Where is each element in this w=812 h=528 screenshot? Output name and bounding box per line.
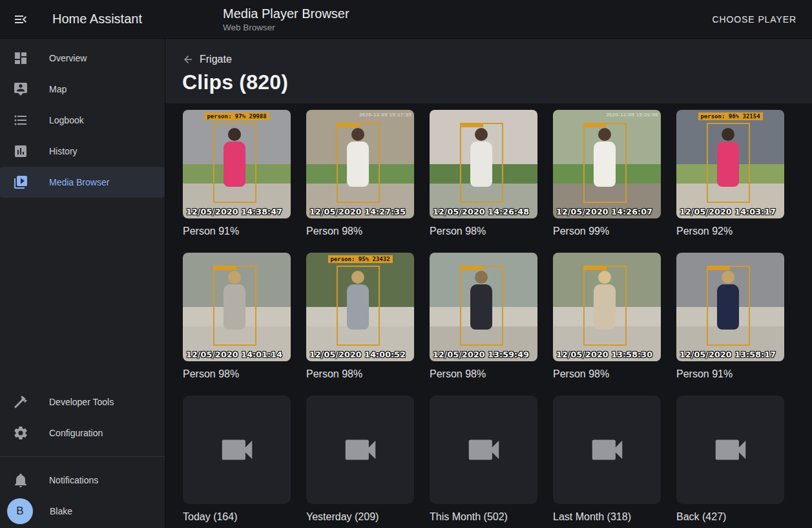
clip-card[interactable]: 12/05/2020 14:26:48 Person 98%	[430, 110, 537, 239]
sidebar-item-map[interactable]: Map	[0, 74, 165, 105]
folder-card-this-month[interactable]: This Month (502)	[430, 396, 537, 525]
folder-thumbnail[interactable]	[430, 396, 537, 504]
clip-card[interactable]: person: 96% 32154 12/05/2020 14:03:17 Pe…	[676, 110, 784, 239]
sidebar-item-label: History	[49, 146, 78, 156]
panel-title-block: Media Player Browser Web Browser	[223, 6, 349, 33]
list-bulleted-icon	[13, 112, 28, 128]
clip-timestamp-overlay: 12/05/2020 14:00:52	[309, 350, 406, 359]
detection-bounding-box	[707, 266, 750, 346]
clip-thumbnail[interactable]: 2020-12-05 15:26:06 12/05/2020 14:26:07	[553, 110, 661, 218]
detection-mini-tag	[337, 123, 360, 127]
person-silhouette-body	[347, 284, 369, 330]
sidebar-item-notifications[interactable]: Notifications	[0, 465, 165, 496]
chart-box-icon	[13, 143, 28, 159]
sidebar-item-overview[interactable]: Overview	[0, 43, 165, 74]
sidebar-item-configuration[interactable]: Configuration	[0, 417, 165, 449]
clip-card[interactable]: person: 95% 23432 12/05/2020 14:00:52 Pe…	[306, 253, 414, 382]
clip-card[interactable]: 2020-12-05 15:26:06 12/05/2020 14:26:07 …	[553, 110, 661, 239]
clip-caption: Person 98%	[306, 224, 414, 239]
clip-card[interactable]: 12/05/2020 13:59:49 Person 98%	[430, 253, 537, 382]
person-silhouette-head	[722, 128, 734, 141]
person-silhouette-body	[224, 142, 245, 187]
clip-timestamp-overlay: 12/05/2020 14:26:48	[433, 207, 529, 216]
clip-thumbnail[interactable]: person: 95% 23432 12/05/2020 14:00:52	[306, 253, 414, 361]
folder-card-last-month[interactable]: Last Month (318)	[553, 396, 661, 525]
panel-subtitle: Web Browser	[223, 23, 349, 33]
clip-caption: Person 98%	[183, 366, 291, 382]
clip-card[interactable]: 12/05/2020 13:58:30 Person 98%	[553, 253, 661, 382]
clip-thumbnail[interactable]: 12/05/2020 13:58:30	[553, 253, 661, 361]
detection-bounding-box	[213, 266, 256, 346]
detection-bounding-box	[460, 266, 503, 346]
clip-timestamp-overlay: 12/05/2020 13:58:17	[680, 350, 776, 359]
app-title: Home Assistant	[52, 12, 142, 26]
sidebar-item-history[interactable]: History	[0, 136, 165, 167]
panel-title: Media Player Browser	[223, 6, 349, 21]
person-silhouette-body	[594, 142, 616, 187]
clip-thumbnail[interactable]: 12/05/2020 14:01:14	[183, 253, 291, 361]
sidebar-item-label: Overview	[49, 53, 87, 63]
sidebar-item-developer-tools[interactable]: Developer Tools	[0, 386, 165, 417]
sidebar-divider	[0, 456, 165, 457]
person-silhouette-head	[598, 128, 611, 141]
person-silhouette-body	[347, 142, 369, 187]
folder-card-yesterday[interactable]: Yesterday (209)	[306, 396, 414, 525]
detection-tag: person: 96% 32154	[698, 112, 762, 120]
clip-caption: Person 98%	[430, 224, 537, 239]
clip-timestamp-overlay: 12/05/2020 14:03:17	[680, 207, 776, 216]
sidebar-item-user-profile[interactable]: B Blake	[0, 496, 165, 527]
gear-icon	[13, 425, 28, 441]
folder-label: Yesterday (209)	[306, 509, 414, 525]
clip-timestamp-overlay: 12/05/2020 14:27:35	[309, 207, 406, 216]
person-silhouette-head	[351, 128, 364, 141]
clip-thumbnail[interactable]: person: 96% 32154 12/05/2020 14:03:17	[676, 110, 784, 218]
sidebar: Overview Map Logbook History Media Brows…	[0, 39, 165, 528]
detection-tag: person: 97% 29988	[204, 112, 269, 120]
clip-card[interactable]: 2020-12-05 15:27:35 12/05/2020 14:27:35 …	[306, 110, 414, 239]
sidebar-toggle-button[interactable]	[5, 4, 36, 35]
clip-timestamp-overlay: 12/05/2020 14:38:47	[186, 207, 282, 216]
sidebar-item-label: Map	[49, 84, 67, 94]
clip-thumbnail[interactable]: 12/05/2020 13:58:17	[676, 253, 784, 361]
folder-card-today[interactable]: Today (164)	[183, 396, 291, 525]
clip-timestamp-overlay: 12/05/2020 14:26:07	[556, 207, 652, 216]
clip-card[interactable]: 12/05/2020 13:58:17 Person 91%	[676, 253, 784, 382]
folder-card-back[interactable]: Back (427)	[676, 396, 784, 525]
play-box-multiple-icon	[13, 174, 28, 190]
folder-thumbnail[interactable]	[553, 396, 661, 504]
clip-timestamp-overlay: 12/05/2020 13:58:30	[556, 350, 652, 359]
sidebar-spacer	[0, 198, 165, 386]
clip-card[interactable]: 12/05/2020 14:01:14 Person 98%	[183, 253, 291, 382]
hammer-icon	[13, 394, 28, 410]
folder-thumbnail[interactable]	[306, 396, 414, 504]
detection-mini-tag	[213, 266, 236, 270]
person-silhouette-body	[717, 284, 739, 330]
view-dashboard-icon	[13, 50, 28, 66]
sidebar-item-label: Developer Tools	[49, 397, 114, 407]
clip-card[interactable]: person: 97% 29988 12/05/2020 14:38:47 Pe…	[183, 110, 291, 239]
video-icon	[464, 430, 504, 470]
person-silhouette-body	[470, 142, 492, 187]
detection-bounding-box	[583, 266, 627, 346]
clip-thumbnail[interactable]: 2020-12-05 15:27:35 12/05/2020 14:27:35	[306, 110, 414, 218]
clip-thumbnail[interactable]: 12/05/2020 14:26:48	[430, 110, 537, 218]
choose-player-button[interactable]: CHOOSE PLAYER	[707, 9, 802, 30]
bell-icon	[13, 472, 28, 488]
video-icon	[711, 430, 751, 470]
sidebar-item-logbook[interactable]: Logbook	[0, 105, 165, 136]
detection-bounding-box	[337, 123, 380, 203]
clip-timestamp-overlay: 12/05/2020 13:59:49	[433, 350, 529, 359]
clip-thumbnail[interactable]: person: 97% 29988 12/05/2020 14:38:47	[183, 110, 291, 218]
clip-thumbnail[interactable]: 12/05/2020 13:59:49	[430, 253, 537, 361]
detection-bounding-box	[583, 123, 627, 203]
folder-thumbnail[interactable]	[183, 396, 291, 504]
detection-mini-tag	[583, 123, 607, 127]
sidebar-item-media-browser[interactable]: Media Browser	[0, 167, 165, 198]
detection-bounding-box	[213, 123, 256, 203]
folder-thumbnail[interactable]	[676, 396, 784, 504]
detection-mini-tag	[460, 123, 483, 127]
folder-label: Back (427)	[676, 509, 784, 525]
person-silhouette-head	[598, 271, 611, 284]
person-silhouette-head	[722, 271, 734, 284]
breadcrumb[interactable]: Frigate	[182, 52, 232, 67]
